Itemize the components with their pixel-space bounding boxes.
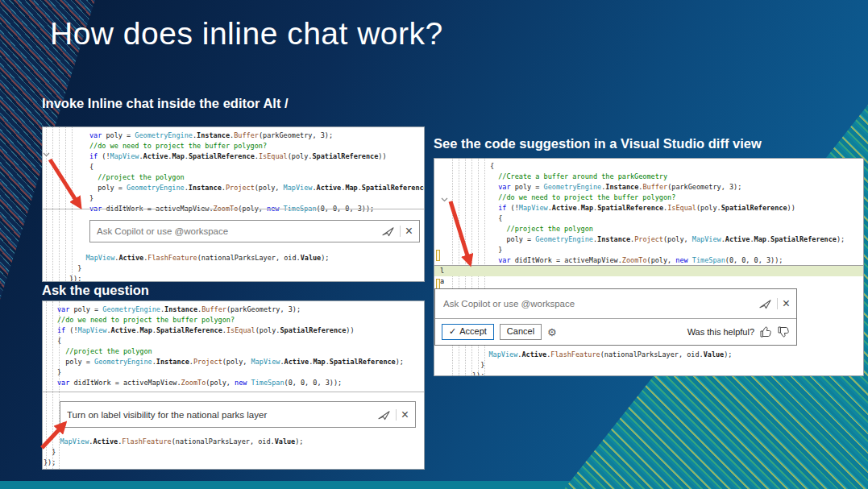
heading-ask-question: Ask the question — [42, 283, 149, 298]
heading-diff-view: See the code suggestion in a Visual Stud… — [434, 136, 762, 151]
code-line: //project the polygon — [490, 224, 845, 234]
send-icon[interactable] — [382, 226, 395, 237]
accept-button[interactable]: ✓Accept — [442, 324, 494, 339]
copilot-inline-widget: × ✓Accept Cancel ⚙ Was this helpful? — [434, 288, 797, 346]
bottom-teal-band — [0, 481, 868, 489]
code-line: poly = GeometryEngine.Instance.Project(p… — [89, 183, 425, 193]
code-line: } — [69, 263, 329, 274]
change-track-mark — [436, 250, 440, 261]
code-line: }); — [472, 371, 732, 376]
code-line: MapView.Active.FlashFeature(nationalPark… — [472, 350, 732, 360]
widget-action-row: ✓Accept Cancel ⚙ Was this helpful? — [435, 319, 796, 345]
code-line: { — [490, 161, 845, 172]
code-line: } — [57, 367, 404, 378]
divider — [777, 298, 778, 309]
code-line: } — [490, 245, 845, 255]
code-line: //project the polygon — [89, 172, 425, 183]
code-line: MapView.Active.FlashFeature(nationalPark… — [69, 253, 329, 263]
code-line: }); — [69, 274, 329, 282]
page-title: How does inline chat work? — [50, 16, 443, 52]
code-line: var poly = GeometryEngine.Instance.Buffe… — [57, 305, 404, 315]
divider — [396, 409, 397, 421]
code-line: }); — [44, 458, 303, 468]
annotation-arrow — [32, 412, 77, 454]
editor-screenshot-question: var poly = GeometryEngine.Instance.Buffe… — [42, 300, 425, 470]
code-line: poly = GeometryEngine.Instance.Project(p… — [57, 357, 404, 367]
code-block: MapView.Active.FlashFeature(nationalPark… — [44, 437, 303, 468]
helpful-label: Was this helpful? — [687, 327, 754, 337]
copilot-chat-input[interactable] — [442, 298, 754, 309]
send-icon[interactable] — [759, 298, 772, 309]
diff-added-line: laer; — [434, 265, 863, 276]
check-icon: ✓ — [449, 326, 456, 337]
code-line: { — [89, 162, 425, 172]
code-line: } — [44, 447, 303, 458]
presentation-slide: How does inline chat work? Invoke Inline… — [0, 0, 868, 489]
cancel-button[interactable]: Cancel — [500, 324, 542, 339]
gear-icon[interactable]: ⚙ — [547, 327, 557, 338]
code-line: //do we need to project the buffer polyg… — [490, 193, 845, 203]
heading-invoke-inline-chat: Invoke Inline chat inside the editor Alt… — [42, 96, 289, 111]
close-icon[interactable]: × — [401, 408, 409, 421]
code-line: if (!MapView.Active.Map.SpatialReference… — [57, 325, 404, 336]
code-block: var poly = GeometryEngine.Instance.Buffe… — [57, 305, 404, 388]
code-line: if (!MapView.Active.Map.SpatialReference… — [89, 151, 425, 162]
send-icon[interactable] — [378, 409, 391, 421]
code-line: //project the polygon — [57, 346, 404, 357]
code-line: //Create a buffer around the parkGeometr… — [490, 172, 845, 182]
code-line: var poly = GeometryEngine.Instance.Buffe… — [490, 182, 845, 193]
code-block: MapView.Active.FlashFeature(nationalPark… — [472, 350, 732, 376]
code-line: } — [89, 193, 425, 204]
thumbs-up-icon[interactable] — [760, 326, 772, 338]
code-line: { — [490, 213, 845, 224]
code-line: poly = GeometryEngine.Instance.Project(p… — [490, 234, 845, 245]
inline-chat-input-box[interactable]: × — [60, 401, 416, 428]
copilot-chat-input[interactable] — [97, 226, 377, 236]
code-line: var poly = GeometryEngine.Instance.Buffe… — [89, 131, 425, 141]
copilot-chat-input[interactable] — [67, 410, 373, 420]
code-line: //do we need to project the buffer polyg… — [57, 315, 404, 325]
code-block: MapView.Active.FlashFeature(nationalPark… — [69, 253, 329, 282]
editor-screenshot-invoke: var poly = GeometryEngine.Instance.Buffe… — [42, 126, 425, 282]
divider — [400, 226, 401, 237]
widget-input-row[interactable]: × — [435, 289, 796, 319]
code-line: if (!MapView.Active.Map.SpatialReference… — [490, 203, 845, 213]
close-icon[interactable]: × — [783, 297, 790, 310]
editor-screenshot-diff: { //Create a buffer around the parkGeome… — [434, 158, 864, 376]
thumbs-down-icon[interactable] — [778, 326, 790, 338]
code-line: MapView.Active.FlashFeature(nationalPark… — [44, 437, 303, 447]
code-line: } — [472, 360, 732, 371]
annotation-arrow — [44, 153, 93, 222]
inline-chat-input-box[interactable]: × — [89, 220, 420, 242]
code-line: var didItWork = activeMapView.ZoomTo(pol… — [57, 378, 404, 388]
annotation-arrow — [443, 195, 482, 276]
close-icon[interactable]: × — [405, 225, 413, 238]
code-block: { //Create a buffer around the parkGeome… — [490, 161, 845, 266]
code-line: { — [57, 336, 404, 346]
code-line: a — [440, 276, 444, 287]
code-line: //do we need to project the buffer polyg… — [89, 141, 425, 151]
code-block: var poly = GeometryEngine.Instance.Buffe… — [89, 131, 425, 214]
